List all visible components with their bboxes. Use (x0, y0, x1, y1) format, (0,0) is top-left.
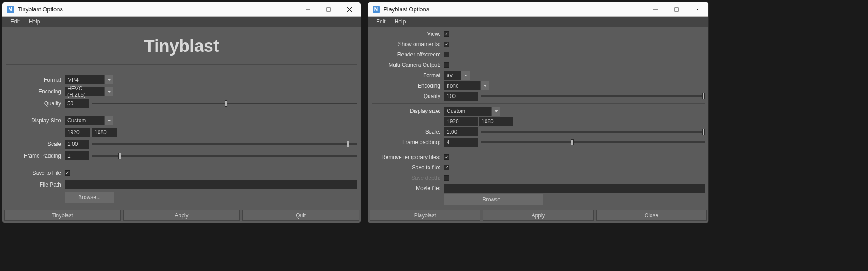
chevron-down-icon (461, 71, 470, 80)
titlebar: Tinyblast Options (2, 2, 361, 17)
menu-help[interactable]: Help (24, 18, 45, 26)
format-value: MP4 (65, 77, 104, 83)
format-value: avi (444, 72, 461, 79)
height-input[interactable]: 1080 (92, 128, 117, 137)
format-combo[interactable]: avi (444, 71, 470, 80)
close-button[interactable] (687, 2, 708, 17)
moviefile-input[interactable] (444, 184, 705, 193)
close-button-bottom[interactable]: Close (596, 210, 707, 221)
slider-thumb[interactable] (702, 93, 705, 99)
chevron-down-icon (104, 116, 113, 125)
page-title: Tinyblast (6, 31, 357, 59)
view-label: View: (372, 31, 444, 37)
quality-input[interactable]: 50 (65, 99, 89, 108)
removetemp-checkbox[interactable] (444, 154, 449, 160)
quality-label: Quality (372, 93, 444, 99)
separator (372, 103, 705, 104)
moviefile-label: Movie file: (372, 185, 444, 192)
menu-edit[interactable]: Edit (6, 18, 24, 26)
quality-slider[interactable] (481, 92, 705, 101)
framepadding-slider[interactable] (92, 151, 357, 160)
scale-slider[interactable] (92, 140, 357, 149)
scale-label: Scale (6, 141, 65, 147)
displaysize-value: Custom (444, 108, 491, 114)
titlebar: Playblast Options (368, 2, 708, 17)
savedepth-checkbox[interactable] (444, 175, 449, 181)
slider-thumb[interactable] (347, 141, 349, 147)
minimize-button[interactable] (645, 2, 666, 17)
browse-button[interactable]: Browse... (444, 194, 543, 205)
removetemp-label: Remove temporary files: (372, 154, 444, 160)
displaysize-combo[interactable]: Custom (65, 116, 113, 125)
content-area: Tinyblast Format MP4 Encoding HEVC (H.26… (2, 27, 361, 208)
minimize-button[interactable] (297, 2, 318, 17)
quality-slider[interactable] (92, 99, 357, 108)
multicam-checkbox[interactable] (444, 62, 449, 68)
displaysize-combo[interactable]: Custom (444, 107, 500, 116)
separator (372, 150, 705, 150)
encoding-label: Encoding (6, 89, 65, 95)
offscreen-checkbox[interactable] (444, 52, 449, 57)
framepadding-slider[interactable] (481, 138, 705, 147)
app-icon (373, 6, 380, 13)
svg-rect-1 (327, 8, 330, 11)
framepadding-input[interactable]: 4 (444, 138, 478, 147)
maximize-button[interactable] (666, 2, 687, 17)
slider-thumb[interactable] (702, 129, 705, 135)
playblast-window: Playblast Options Edit Help View: Show o… (368, 2, 709, 223)
chevron-down-icon (491, 107, 500, 116)
savetofile-label: Save to File (6, 170, 65, 176)
scale-input[interactable]: 1.00 (65, 140, 89, 149)
menubar: Edit Help (2, 17, 361, 27)
browse-button[interactable]: Browse... (65, 192, 114, 203)
format-label: Format (6, 77, 65, 83)
chevron-down-icon (480, 81, 489, 90)
framepadding-label: Frame Padding (6, 153, 65, 159)
tinyblast-window: Tinyblast Options Edit Help Tinyblast Fo… (2, 2, 361, 223)
playblast-button[interactable]: Playblast (370, 210, 480, 221)
quality-label: Quality (6, 100, 65, 107)
view-checkbox[interactable] (444, 31, 449, 37)
encoding-combo[interactable]: none (444, 81, 489, 90)
savetofile-checkbox[interactable] (444, 165, 449, 170)
svg-rect-5 (675, 8, 678, 11)
savetofile-checkbox[interactable] (65, 170, 70, 176)
scale-input[interactable]: 1.00 (444, 127, 478, 136)
displaysize-label: Display size: (372, 108, 444, 114)
window-title: Tinyblast Options (18, 6, 297, 13)
slider-thumb[interactable] (118, 153, 121, 159)
quality-input[interactable]: 100 (444, 92, 478, 101)
encoding-value: HEVC (H.265) (65, 85, 104, 98)
height-input[interactable]: 1080 (479, 117, 513, 126)
window-title: Playblast Options (383, 6, 645, 13)
apply-button[interactable]: Apply (123, 210, 240, 221)
framepadding-label: Frame padding: (372, 139, 444, 145)
maximize-button[interactable] (318, 2, 339, 17)
width-input[interactable]: 1920 (65, 128, 90, 137)
slider-thumb[interactable] (571, 139, 574, 145)
ornaments-checkbox[interactable] (444, 42, 449, 47)
encoding-value: none (444, 83, 480, 89)
button-row: Tinyblast Apply Quit (2, 208, 361, 223)
menu-edit[interactable]: Edit (372, 18, 390, 26)
framepadding-input[interactable]: 1 (65, 151, 89, 160)
displaysize-value: Custom (65, 117, 104, 124)
format-combo[interactable]: MP4 (65, 75, 113, 84)
slider-thumb[interactable] (225, 100, 227, 107)
scale-slider[interactable] (481, 127, 705, 136)
menu-help[interactable]: Help (390, 18, 410, 26)
displaysize-label: Display Size (6, 117, 65, 124)
offscreen-label: Render offscreen: (372, 51, 444, 58)
scale-label: Scale: (372, 129, 444, 135)
tinyblast-button[interactable]: Tinyblast (4, 210, 121, 221)
encoding-label: Encoding (372, 83, 444, 89)
close-button[interactable] (339, 2, 360, 17)
width-input[interactable]: 1920 (444, 117, 478, 126)
filepath-label: File Path (6, 182, 65, 188)
savedepth-label: Save depth: (372, 175, 444, 181)
separator (6, 64, 357, 65)
apply-button[interactable]: Apply (483, 210, 593, 221)
encoding-combo[interactable]: HEVC (H.265) (65, 87, 113, 96)
quit-button[interactable]: Quit (242, 210, 359, 221)
filepath-input[interactable] (65, 180, 357, 189)
